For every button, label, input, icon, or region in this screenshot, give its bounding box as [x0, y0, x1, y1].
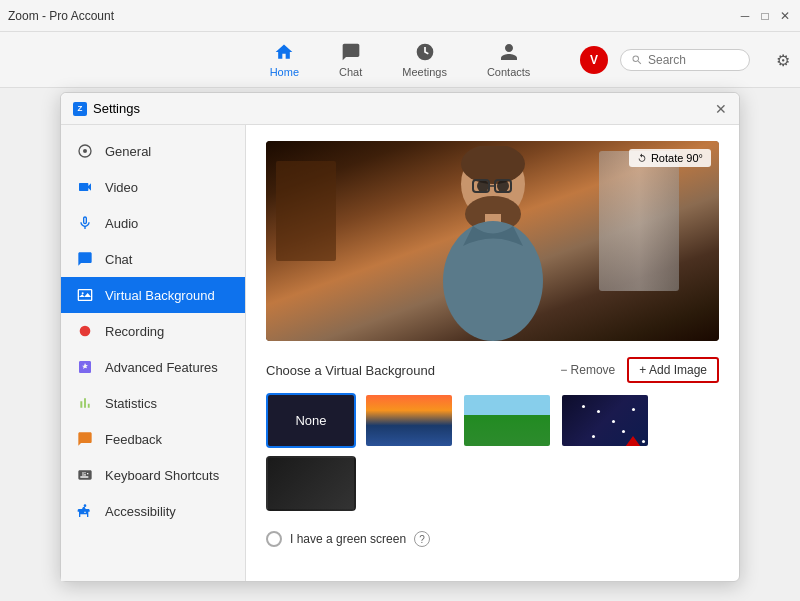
rotate-label: Rotate 90° [651, 152, 703, 164]
sidebar-item-statistics[interactable]: Statistics [61, 385, 245, 421]
accessibility-icon [75, 501, 95, 521]
chat-icon [340, 41, 362, 63]
svg-point-8 [477, 180, 489, 192]
sidebar-item-advanced-features[interactable]: Advanced Features [61, 349, 245, 385]
vb-thumb-green[interactable] [462, 393, 552, 448]
svg-point-2 [82, 292, 84, 294]
recording-icon [75, 321, 95, 341]
sidebar-item-general[interactable]: General [61, 133, 245, 169]
keyboard-shortcuts-icon [75, 465, 95, 485]
green-screen-row: I have a green screen ? [266, 531, 719, 547]
nav-home-label: Home [270, 66, 299, 78]
sidebar-chat-label: Chat [105, 252, 132, 267]
sidebar-statistics-label: Statistics [105, 396, 157, 411]
feedback-icon [75, 429, 95, 449]
sidebar-general-label: General [105, 144, 151, 159]
search-bar[interactable] [620, 49, 750, 71]
settings-sidebar: General Video Audio Chat [61, 125, 246, 581]
sidebar-advanced-label: Advanced Features [105, 360, 218, 375]
chat-sidebar-icon [75, 249, 95, 269]
svg-point-5 [84, 504, 87, 507]
sidebar-item-recording[interactable]: Recording [61, 313, 245, 349]
nav-items: Home Chat Meetings Contacts [270, 41, 531, 78]
sidebar-keyboard-label: Keyboard Shortcuts [105, 468, 219, 483]
sidebar-item-video[interactable]: Video [61, 169, 245, 205]
virtual-background-section: Choose a Virtual Background − Remove + A… [266, 357, 719, 511]
sidebar-vb-label: Virtual Background [105, 288, 215, 303]
sidebar-feedback-label: Feedback [105, 432, 162, 447]
camera-preview: Rotate 90° [266, 141, 719, 341]
nav-chat-label: Chat [339, 66, 362, 78]
vb-actions: − Remove + Add Image [560, 357, 719, 383]
svg-point-9 [497, 180, 509, 192]
window-controls: ─ □ ✕ [738, 9, 792, 23]
nav-item-contacts[interactable]: Contacts [487, 41, 530, 78]
person-silhouette [413, 146, 573, 341]
maximize-button[interactable]: □ [758, 9, 772, 23]
rotate-button[interactable]: Rotate 90° [629, 149, 711, 167]
vb-thumb-space[interactable] [560, 393, 650, 448]
green-screen-label: I have a green screen [290, 532, 406, 546]
remove-button[interactable]: − Remove [560, 363, 615, 377]
minimize-button[interactable]: ─ [738, 9, 752, 23]
vb-thumbnails-grid: None [266, 393, 719, 511]
vb-thumb-none[interactable]: None [266, 393, 356, 448]
statistics-icon [75, 393, 95, 413]
virtual-background-icon [75, 285, 95, 305]
search-icon [631, 54, 643, 66]
settings-window: Z Settings ✕ General Video [60, 92, 740, 582]
nav-item-meetings[interactable]: Meetings [402, 41, 447, 78]
sidebar-audio-label: Audio [105, 216, 138, 231]
add-image-button[interactable]: + Add Image [627, 357, 719, 383]
vb-none-label: None [295, 413, 326, 428]
svg-point-1 [83, 149, 87, 153]
settings-body: General Video Audio Chat [61, 125, 739, 581]
meetings-icon [414, 41, 436, 63]
sidebar-item-accessibility[interactable]: Accessibility [61, 493, 245, 529]
content-area: Rotate 90° Choose a Virtual Background −… [246, 125, 739, 581]
sidebar-item-audio[interactable]: Audio [61, 205, 245, 241]
sidebar-item-virtual-background[interactable]: Virtual Background [61, 277, 245, 313]
title-bar: Zoom - Pro Account ─ □ ✕ [0, 0, 800, 32]
sidebar-item-chat[interactable]: Chat [61, 241, 245, 277]
vb-thumb-dark[interactable] [266, 456, 356, 511]
vb-section-label: Choose a Virtual Background [266, 363, 435, 378]
sidebar-recording-label: Recording [105, 324, 164, 339]
app-title: Zoom - Pro Account [8, 9, 114, 23]
settings-titlebar: Z Settings ✕ [61, 93, 739, 125]
settings-titlebar-left: Z Settings [73, 101, 140, 116]
settings-close-button[interactable]: ✕ [715, 101, 727, 117]
video-icon [75, 177, 95, 197]
advanced-features-icon [75, 357, 95, 377]
settings-title: Settings [93, 101, 140, 116]
svg-marker-3 [79, 293, 91, 297]
nav-contacts-label: Contacts [487, 66, 530, 78]
search-input[interactable] [648, 53, 738, 67]
close-button[interactable]: ✕ [778, 9, 792, 23]
vb-thumb-bridge[interactable] [364, 393, 454, 448]
nav-meetings-label: Meetings [402, 66, 447, 78]
contacts-icon [498, 41, 520, 63]
gear-icon[interactable]: ⚙ [776, 50, 790, 69]
home-icon [273, 41, 295, 63]
vb-header: Choose a Virtual Background − Remove + A… [266, 357, 719, 383]
general-icon [75, 141, 95, 161]
audio-icon [75, 213, 95, 233]
nav-bar: Home Chat Meetings Contacts V ⚙ [0, 32, 800, 88]
svg-point-4 [80, 326, 91, 337]
avatar[interactable]: V [580, 46, 608, 74]
nav-item-chat[interactable]: Chat [339, 41, 362, 78]
svg-point-15 [443, 221, 543, 341]
rotate-icon [637, 153, 647, 163]
sidebar-item-feedback[interactable]: Feedback [61, 421, 245, 457]
sidebar-video-label: Video [105, 180, 138, 195]
settings-zoom-icon: Z [73, 102, 87, 116]
nav-item-home[interactable]: Home [270, 41, 299, 78]
sidebar-accessibility-label: Accessibility [105, 504, 176, 519]
green-screen-checkbox[interactable] [266, 531, 282, 547]
help-icon[interactable]: ? [414, 531, 430, 547]
sidebar-item-keyboard-shortcuts[interactable]: Keyboard Shortcuts [61, 457, 245, 493]
